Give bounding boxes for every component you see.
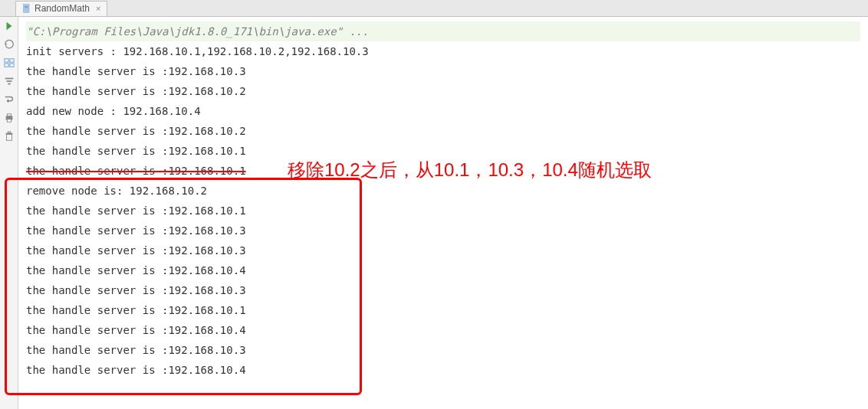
console-line: the handle server is :192.168.10.3 (26, 280, 860, 300)
console-line: the handle server is :192.168.10.2 (26, 121, 860, 141)
print-icon[interactable] (3, 112, 15, 124)
console-line: init servers : 192.168.10.1,192.168.10.2… (26, 41, 860, 61)
svg-rect-13 (6, 134, 12, 140)
tab-bar: RandomMath × (0, 0, 868, 17)
console-line: add new node : 192.168.10.4 (26, 101, 860, 121)
console-output: "C:\Program Files\Java\jdk1.8.0_171\bin\… (18, 17, 868, 409)
console-line: the handle server is :192.168.10.3 (26, 340, 860, 360)
tab-close-icon[interactable]: × (96, 4, 100, 13)
console-line: the handle server is :192.168.10.3 (26, 61, 860, 81)
console-line: the handle server is :192.168.10.2 (26, 81, 860, 101)
file-icon (22, 4, 31, 13)
console-line: the handle server is :192.168.10.1 (26, 141, 860, 161)
svg-rect-4 (9, 59, 13, 62)
console-line: the handle server is :192.168.10.4 (26, 360, 860, 380)
console-line: remove node is: 192.168.10.2 (26, 181, 860, 201)
console-line: the handle server is :192.168.10.1 (26, 201, 860, 221)
svg-rect-6 (9, 64, 13, 67)
rerun-icon[interactable] (3, 20, 15, 32)
console-cmd-line: "C:\Program Files\Java\jdk1.8.0_171\bin\… (26, 21, 860, 41)
gutter (0, 17, 18, 409)
console-line: the handle server is :192.168.10.3 (26, 240, 860, 260)
tab-randommath[interactable]: RandomMath × (15, 1, 107, 16)
svg-rect-0 (24, 5, 30, 13)
svg-rect-1 (25, 6, 28, 7)
svg-rect-9 (8, 83, 11, 85)
tab-label: RandomMath (35, 3, 90, 14)
svg-rect-15 (8, 132, 11, 133)
svg-rect-8 (6, 80, 12, 82)
svg-rect-11 (7, 114, 11, 116)
svg-rect-7 (5, 78, 13, 80)
svg-rect-5 (4, 64, 8, 67)
console-line: the handle server is :192.168.10.4 (26, 260, 860, 280)
svg-rect-3 (4, 59, 8, 62)
svg-rect-12 (7, 119, 11, 123)
filter-icon[interactable] (3, 75, 15, 87)
main-area: "C:\Program Files\Java\jdk1.8.0_171\bin\… (0, 17, 868, 409)
console-line-struck: the handle server is :192.168.10.1 (26, 161, 860, 181)
console-line: the handle server is :192.168.10.1 (26, 300, 860, 320)
console-line: the handle server is :192.168.10.3 (26, 221, 860, 240)
console-line: the handle server is :192.168.10.4 (26, 320, 860, 340)
trash-icon[interactable] (3, 130, 15, 142)
stop-icon[interactable] (3, 38, 15, 51)
wrap-icon[interactable] (3, 93, 15, 106)
svg-rect-2 (25, 8, 28, 8)
layout-icon[interactable] (3, 57, 15, 69)
